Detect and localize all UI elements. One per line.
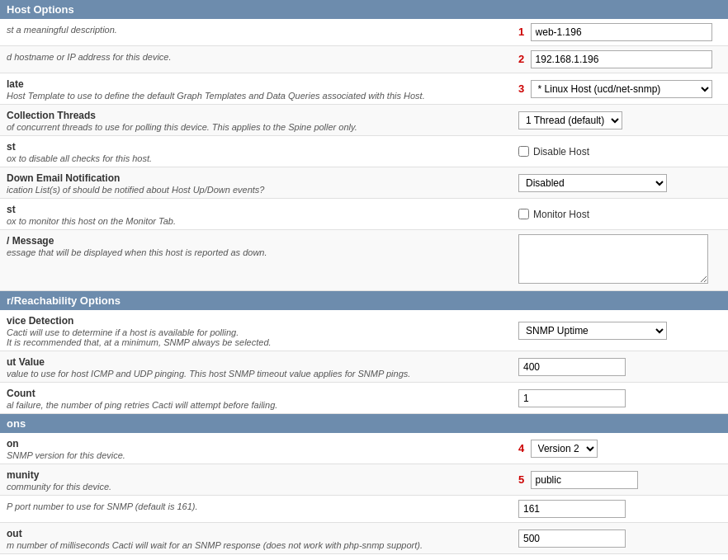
label-cell: on SNMP version for this device. <box>0 433 512 464</box>
label-cell: P port number to use for SNMP (default i… <box>0 496 512 523</box>
table-row: d hostname or IP address for this device… <box>0 46 728 73</box>
label-cell: st a meaningful description. <box>0 19 512 46</box>
page-container: Host Options st a meaningful description… <box>0 0 728 560</box>
input-cell <box>512 383 728 414</box>
row-title: Down Email Notification <box>7 172 120 184</box>
hostname-input[interactable] <box>531 50 712 68</box>
table-row: out m number of milliseconds Cacti will … <box>0 523 728 554</box>
row-desc: community for this device. <box>7 482 505 492</box>
table-row: / Message essage that will be displayed … <box>0 230 728 291</box>
table-row: vice Detection Cacti will use to determi… <box>0 310 728 351</box>
label-cell: Count al failure, the number of ping ret… <box>0 383 512 414</box>
row-title: Count <box>7 388 35 399</box>
field-num: 1 <box>518 26 527 38</box>
count-input[interactable] <box>518 389 626 407</box>
down-email-select[interactable]: Disabled Enabled <box>518 174 667 192</box>
availability-table: vice Detection Cacti will use to determi… <box>0 310 728 414</box>
row-desc: Host Template to use to define the defau… <box>7 91 505 101</box>
label-cell: vice Detection Cacti will use to determi… <box>0 310 512 351</box>
row-desc: Cacti will use to determine if a host is… <box>7 327 505 347</box>
snmp-version-select[interactable]: Version 1 Version 2 Version 3 <box>531 440 598 458</box>
host-options-title: Host Options <box>7 3 74 16</box>
row-title: munity <box>7 469 39 481</box>
snmp-timeout-input[interactable] <box>518 529 626 548</box>
label-cell: st ox to disable all checks for this hos… <box>0 136 512 167</box>
description-input[interactable] <box>531 23 712 41</box>
table-row: ut Value value to use for host ICMP and … <box>0 351 728 383</box>
label-cell: munity community for this device. <box>0 464 512 496</box>
notes-textarea[interactable] <box>518 234 708 284</box>
field-num: 2 <box>518 53 527 65</box>
label-cell: Collection Threads of concurrent threads… <box>0 105 512 136</box>
row-title: late <box>7 78 24 90</box>
input-cell <box>512 523 728 554</box>
device-detection-select[interactable]: SNMP Uptime ICMP Ping None <box>518 322 667 340</box>
disable-host-checkbox[interactable] <box>518 146 529 157</box>
input-cell: Monitor Host <box>512 199 728 230</box>
snmp-port-input[interactable] <box>518 500 626 518</box>
input-cell: 1 <box>512 19 728 46</box>
row-desc: essage that will be displayed when this … <box>7 247 505 257</box>
input-cell <box>512 351 728 383</box>
row-title: / Message <box>7 235 54 247</box>
field-num: 4 <box>518 442 527 454</box>
snmp-options-table: on SNMP version for this device. 4 Versi… <box>0 433 728 560</box>
input-cell <box>512 554 728 561</box>
monitor-host-text: Monitor Host <box>533 209 589 220</box>
row-desc: of concurrent threads to use for polling… <box>7 122 505 132</box>
row-title: Collection Threads <box>7 110 96 121</box>
input-cell: 4 Version 1 Version 2 Version 3 <box>512 433 728 464</box>
row-title: st <box>7 204 16 215</box>
table-row: Collection Threads of concurrent threads… <box>0 105 728 136</box>
row-desc: al failure, the number of ping retries C… <box>7 400 505 410</box>
input-cell <box>512 496 728 523</box>
label-cell: out m number of milliseconds Cacti will … <box>0 523 512 554</box>
table-row: st ox to disable all checks for this hos… <box>0 136 728 167</box>
row-title: st <box>7 141 16 153</box>
timeout-input[interactable] <box>518 358 626 376</box>
label-cell: late Host Template to use to define the … <box>0 73 512 105</box>
table-row: late Host Template to use to define the … <box>0 73 728 105</box>
label-cell: Down Email Notification ication List(s) … <box>0 167 512 199</box>
host-options-table: st a meaningful description. 1 d hostnam… <box>0 19 728 291</box>
row-title: ut Value <box>7 356 45 368</box>
row-desc: st a meaningful description. <box>7 25 505 35</box>
label-cell: ut Value value to use for host ICMP and … <box>0 351 512 383</box>
input-cell: 3 * Linux Host (ucd/net-snmp) None Other <box>512 73 728 105</box>
table-row: OID's Per Get Request e number of OID's … <box>0 554 728 561</box>
table-row: P port number to use for SNMP (default i… <box>0 496 728 523</box>
row-desc: P port number to use for SNMP (default i… <box>7 501 505 511</box>
label-cell: st ox to monitor this host on the Monito… <box>0 199 512 230</box>
field-num: 3 <box>518 82 527 95</box>
input-cell: 2 <box>512 46 728 73</box>
availability-title: r/Reachability Options <box>7 294 121 307</box>
input-cell: SNMP Uptime ICMP Ping None <box>512 310 728 351</box>
disable-host-text: Disable Host <box>533 146 589 158</box>
row-desc: ox to disable all checks for this host. <box>7 153 505 163</box>
label-cell: / Message essage that will be displayed … <box>0 230 512 291</box>
row-desc: value to use for host ICMP and UDP pingi… <box>7 369 505 379</box>
table-row: st a meaningful description. 1 <box>0 19 728 46</box>
input-cell: 1 Thread (default) 2 Threads 4 Threads <box>512 105 728 136</box>
monitor-host-checkbox[interactable] <box>518 209 529 219</box>
table-row: Down Email Notification ication List(s) … <box>0 167 728 199</box>
row-desc: SNMP version for this device. <box>7 450 505 460</box>
community-input[interactable] <box>531 471 638 489</box>
host-options-header: Host Options <box>0 0 728 19</box>
row-title: out <box>7 528 22 539</box>
row-title: on <box>7 438 19 449</box>
label-cell: d hostname or IP address for this device… <box>0 46 512 73</box>
snmp-options-header: ons <box>0 414 728 433</box>
table-row: on SNMP version for this device. 4 Versi… <box>0 433 728 464</box>
table-row: munity community for this device. 5 <box>0 464 728 496</box>
row-title: vice Detection <box>7 315 73 327</box>
monitor-host-label: Monitor Host <box>518 209 721 220</box>
disable-host-label: Disable Host <box>518 146 721 158</box>
input-cell <box>512 230 728 291</box>
row-desc: m number of milliseconds Cacti will wait… <box>7 540 505 550</box>
threads-select[interactable]: 1 Thread (default) 2 Threads 4 Threads <box>518 111 622 129</box>
template-select[interactable]: * Linux Host (ucd/net-snmp) None Other <box>531 80 712 98</box>
input-cell: Disabled Enabled <box>512 167 728 199</box>
row-desc: ox to monitor this host on the Monitor T… <box>7 216 505 226</box>
availability-header: r/Reachability Options <box>0 291 728 310</box>
